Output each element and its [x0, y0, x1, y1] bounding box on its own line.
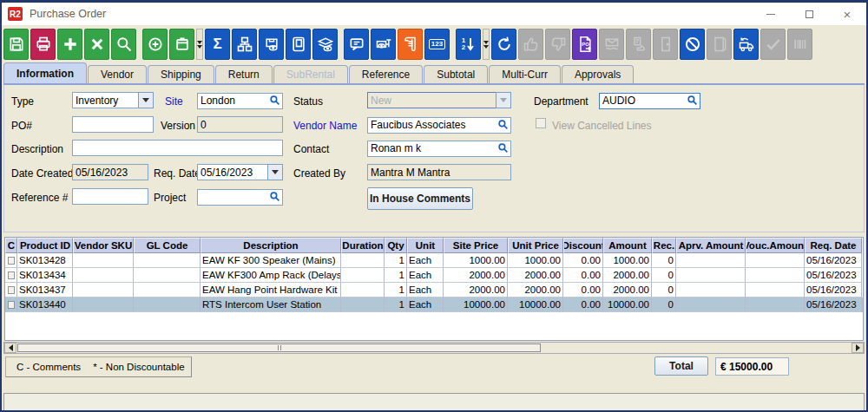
col-header-unit-price[interactable]: Unit Price	[508, 238, 563, 253]
scrollbar-thumb[interactable]	[17, 343, 541, 352]
vendor-name-label: Vendor Name	[293, 120, 357, 132]
department-search-icon[interactable]	[687, 95, 698, 106]
row-checkbox[interactable]	[8, 286, 15, 294]
save-button[interactable]	[3, 29, 29, 60]
table-row-selected[interactable]: SK013440 RTS Intercom User Station 1 Eac…	[5, 298, 863, 312]
catalog-button[interactable]	[286, 29, 311, 60]
contact-search-icon[interactable]	[497, 142, 509, 154]
contact-input[interactable]	[367, 141, 511, 157]
cell-req-date: 05/16/2023	[805, 268, 862, 283]
add-item-button[interactable]	[142, 29, 168, 60]
col-header-product-id[interactable]: Product ID	[17, 238, 73, 253]
print-button[interactable]	[30, 29, 56, 60]
horizontal-scrollbar[interactable]	[3, 342, 865, 354]
department-lookup[interactable]	[599, 92, 700, 109]
col-header-description[interactable]: Description	[201, 238, 341, 253]
cell-duration	[341, 283, 385, 298]
type-input[interactable]	[72, 92, 138, 108]
row-checkbox[interactable]	[8, 257, 15, 265]
status-bar	[3, 393, 865, 411]
view-package-button[interactable]	[259, 29, 284, 60]
site-search-icon[interactable]	[269, 95, 280, 106]
minimize-button[interactable]	[752, 3, 790, 25]
chevron-down-icon[interactable]	[138, 92, 154, 108]
req-date-input[interactable]	[197, 164, 267, 180]
col-header-discount[interactable]: Discount	[563, 238, 603, 253]
in-house-comments-button[interactable]: In House Comments	[367, 187, 473, 210]
req-date-combobox[interactable]	[197, 164, 283, 180]
tab-multi-curr[interactable]: Multi-Curr	[489, 65, 561, 83]
thumbs-up-button	[518, 29, 543, 60]
maximize-icon	[806, 10, 813, 18]
col-header-amount[interactable]: Amount	[603, 238, 652, 253]
col-header-c[interactable]: C	[5, 238, 17, 253]
cell-duration	[341, 298, 385, 312]
vendor-name-input[interactable]	[367, 117, 511, 134]
maximize-button[interactable]	[790, 3, 828, 25]
search-button[interactable]	[111, 29, 136, 60]
refresh-button[interactable]	[491, 29, 516, 60]
tab-vendor[interactable]: Vendor	[88, 65, 147, 83]
sort-button[interactable]: 12	[456, 29, 481, 60]
description-input[interactable]	[72, 140, 283, 156]
table-row[interactable]: SK013428 EAW KF 300 Speaker (Mains) 1 Ea…	[5, 253, 863, 268]
tab-information[interactable]: Information	[3, 62, 87, 83]
comments-button[interactable]	[344, 29, 369, 60]
vendor-search-icon[interactable]	[497, 119, 509, 130]
circle-plus-icon	[147, 36, 164, 53]
toolbar-splitter[interactable]	[196, 29, 203, 60]
receive-truck-button[interactable]	[733, 29, 759, 60]
view-layers-button[interactable]	[312, 29, 338, 60]
col-header-site-price[interactable]: Site Price	[444, 238, 508, 253]
table-row[interactable]: SK013437 EAW Hang Point Hardware Kit 1 E…	[5, 283, 863, 298]
view-flow-button[interactable]	[371, 29, 396, 60]
tab-reference[interactable]: Reference	[349, 65, 423, 83]
col-header-unit[interactable]: Unit	[407, 238, 444, 253]
row-checkbox[interactable]	[8, 301, 15, 309]
hierarchy-button[interactable]	[232, 29, 257, 60]
version-label: Version	[161, 120, 195, 132]
tab-shipping[interactable]: Shipping	[148, 65, 214, 83]
po-number-input[interactable]	[72, 116, 154, 133]
department-input[interactable]	[599, 93, 700, 109]
department-label: Department	[534, 95, 589, 108]
delete-button[interactable]	[84, 29, 109, 60]
tab-subtotal[interactable]: Subtotal	[424, 65, 488, 83]
add-button[interactable]	[57, 29, 82, 60]
scroll-right-button[interactable]	[852, 343, 864, 353]
toolbar-splitter-2[interactable]	[483, 29, 490, 60]
package-button[interactable]	[169, 29, 194, 60]
col-header-rec[interactable]: Rec.	[652, 238, 676, 253]
project-search-icon[interactable]	[269, 191, 280, 202]
vendor-lookup[interactable]	[367, 116, 511, 134]
row-select-cell	[5, 268, 17, 283]
cancel-lines-button[interactable]	[680, 29, 705, 60]
project-lookup[interactable]	[197, 188, 283, 206]
col-header-vouc-amount[interactable]: Vouc.Amount	[746, 238, 805, 253]
col-header-gl-code[interactable]: GL Code	[134, 238, 201, 253]
tab-approvals[interactable]: Approvals	[562, 65, 634, 83]
reference-input[interactable]	[72, 188, 148, 205]
approve-doc-button	[626, 29, 651, 60]
row-checkbox[interactable]	[8, 271, 15, 279]
date-created-field	[72, 164, 148, 180]
col-header-req-date[interactable]: Req. Date	[805, 238, 862, 253]
scroll-left-button[interactable]	[4, 343, 16, 353]
site-lookup[interactable]	[197, 92, 283, 109]
door-open-icon	[711, 36, 728, 53]
total-button[interactable]: Total	[654, 356, 708, 376]
table-row[interactable]: SK013434 EAW KF300 Amp Rack (Delays) 1 E…	[5, 268, 863, 283]
contact-lookup[interactable]	[367, 140, 511, 157]
sum-button[interactable]: Σ	[205, 29, 230, 60]
count-button[interactable]: 123	[424, 29, 450, 60]
po-log-button[interactable]	[398, 29, 423, 60]
col-header-vendor-sku[interactable]: Vendor SKU	[73, 238, 134, 253]
col-header-qty[interactable]: Qty	[385, 238, 407, 253]
col-header-duration[interactable]: Duration	[341, 238, 385, 253]
type-combobox[interactable]	[72, 92, 154, 108]
col-header-aprv-amount[interactable]: Aprv. Amount	[676, 238, 746, 253]
close-button[interactable]: ×	[828, 3, 866, 25]
tab-return[interactable]: Return	[215, 65, 273, 83]
po-document-button[interactable]: PO	[572, 29, 597, 60]
req-date-chevron-icon[interactable]	[267, 164, 283, 180]
